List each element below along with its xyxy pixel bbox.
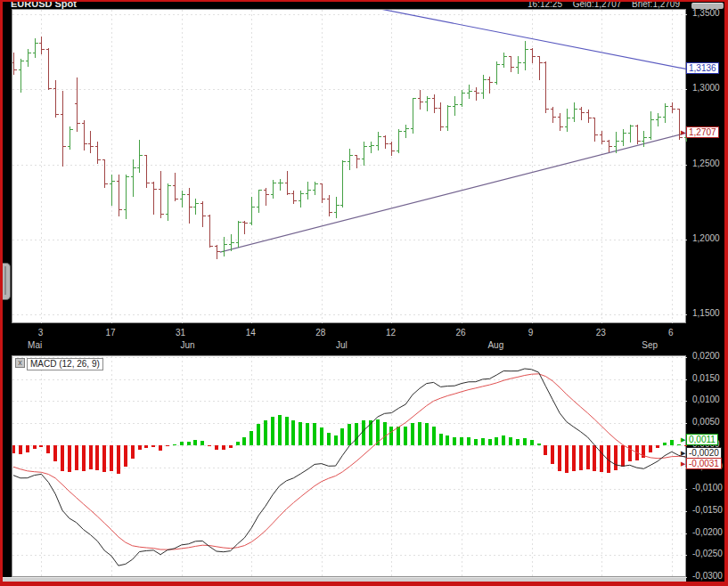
axis-tick-label: -0,0100 [692,483,723,492]
axis-tick-label: 1,3000 [692,83,720,93]
axis-tick-label: -0,0300 [692,571,723,581]
window-border [724,0,728,586]
macd-histogram-marker: ▶0,0011 [686,434,718,445]
axis-tick-label: 1,1500 [692,308,720,318]
marker-arrow-icon: ▶ [681,460,685,468]
trendline-value-marker: 1,3136 [686,62,719,74]
axis-tick-label: 17 [105,328,115,338]
axis-tick-label: 14 [246,328,256,338]
axis-tick-label: 23 [596,328,606,338]
axis-tick-label: 28 [315,328,325,338]
axis-tick-label: 0,0050 [692,417,720,427]
axis-tick-label: 1,2000 [692,233,720,243]
axis-tick-label: -0,0150 [692,505,723,515]
marker-arrow-icon: ▶ [681,449,685,457]
axis-tick-label: 0,0200 [692,351,720,361]
axis-tick-label: 1,2500 [692,159,720,168]
macd-indicator-header: x MACD (12, 26, 9) [15,358,103,370]
axis-tick-label: Sep [642,340,658,350]
window-border [0,0,3,586]
date-x-axis: 31731142812269236MaiJunJulAugSep [12,323,686,355]
macd-indicator-label[interactable]: MACD (12, 26, 9) [27,358,103,370]
axis-tick-label: Mai [28,340,42,350]
window-border [0,582,728,586]
axis-tick-label: 1,3500 [692,8,720,18]
axis-tick-label: 9 [528,328,534,338]
macd-plot[interactable] [12,355,686,577]
window-border [0,0,728,2]
price-chart-canvas [12,10,685,324]
chart-window: EURUSD Spot 16:12:25 Geld:1,2707 Brief:1… [0,0,728,586]
close-icon[interactable]: x [15,358,25,368]
axis-tick-label: 0,0150 [692,373,720,383]
axis-tick-label: Jul [336,340,348,350]
axis-tick-label: -0,0250 [692,549,723,558]
marker-arrow-icon: ▶ [681,128,685,136]
macd-canvas [12,356,685,578]
scrollbar-handle[interactable] [691,3,724,9]
price-y-axis: 1,35001,30001,25001,20001,1500 [686,9,727,323]
panel-splitter-handle[interactable] [3,263,11,300]
last-price-marker: ▶1,2707 [686,126,719,138]
axis-tick-label: Jun [180,340,194,350]
axis-tick-label: 12 [386,328,396,338]
axis-tick-label: 3 [38,328,44,338]
axis-tick-label: -0,0200 [692,527,723,537]
axis-tick-label: 6 [668,328,674,338]
axis-tick-label: 26 [455,328,465,338]
marker-arrow-icon: ▶ [681,435,685,444]
axis-tick-label: 31 [176,328,185,338]
axis-tick-label: 0,0100 [692,395,720,404]
axis-tick-label: Aug [487,340,503,350]
macd-signal-marker: ▶-0,0031 [686,458,722,469]
price-chart-plot[interactable] [12,9,686,323]
